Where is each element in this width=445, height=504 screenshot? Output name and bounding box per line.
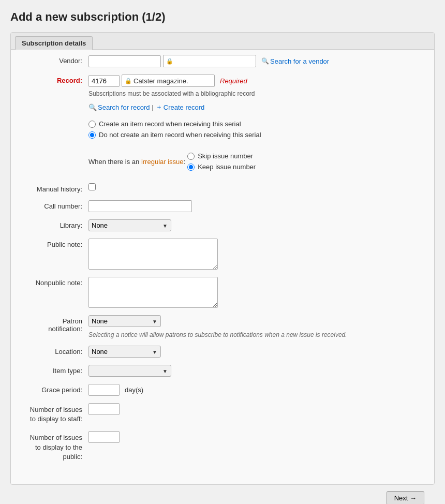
patron-notification-select[interactable]: None Option 1 Option 2 [88, 315, 161, 327]
irregular-skip-radio[interactable] [187, 153, 195, 160]
patron-notification-hint: Selecting a notice will allow patrons to… [88, 331, 424, 338]
item-record-radio-2[interactable] [88, 131, 96, 139]
item-record-option-1[interactable]: Create an item record when receiving thi… [88, 120, 261, 128]
nonpublic-note-textarea[interactable] [88, 277, 218, 308]
manual-history-controls [88, 183, 424, 190]
irregular-text: irregular issue [141, 158, 184, 166]
vendor-controls: 🔒 🔍 Search for a vendor [88, 55, 424, 67]
search-record-icon: 🔍 [88, 103, 97, 111]
public-note-row: Public note: [21, 239, 424, 270]
form-body: Vendor: 🔒 🔍 Search for a vendor Record: … [11, 50, 434, 474]
library-select[interactable]: None Branch A Branch B [88, 219, 171, 231]
item-type-row: Item type: Book Magazine [21, 365, 424, 377]
location-select[interactable]: None Location A Location B [88, 346, 161, 358]
irregular-row: When there is an irregular issue: Skip i… [21, 151, 424, 171]
manual-history-label: Manual history: [21, 183, 88, 193]
record-required-badge: Required [220, 77, 247, 85]
patron-notification-label-text: Patronnotification: [48, 317, 82, 333]
patron-notification-select-wrap: None Option 1 Option 2 [88, 315, 161, 327]
location-select-wrap: None Location A Location B [88, 346, 161, 358]
create-record-label: Create record [164, 103, 204, 111]
call-number-controls [88, 200, 424, 212]
item-record-controls: Create an item record when receiving thi… [88, 119, 424, 139]
create-record-icon: ＋ [156, 102, 162, 112]
grace-period-label: Grace period: [21, 384, 88, 394]
issues-public-controls [88, 431, 424, 443]
library-row: Library: None Branch A Branch B [21, 219, 424, 231]
issues-staff-label: Number of issuesto display to staff: [21, 403, 88, 424]
library-select-wrap: None Branch A Branch B [88, 219, 171, 231]
manual-history-row: Manual history: [21, 183, 424, 193]
patron-notification-row: Patronnotification: None Option 1 Option… [21, 315, 424, 338]
irregular-skip-label: Skip issue number [198, 152, 253, 160]
search-record-link[interactable]: 🔍 Search for record [88, 103, 150, 111]
irregular-radio-group: Skip issue number Keep issue number [187, 152, 256, 171]
library-controls: None Branch A Branch B [88, 219, 424, 231]
grace-period-input[interactable] [88, 384, 120, 396]
irregular-label-empty [21, 151, 88, 153]
location-label: Location: [21, 346, 88, 355]
patron-notification-controls: None Option 1 Option 2 Selecting a notic… [88, 315, 424, 338]
location-controls: None Location A Location B [88, 346, 424, 358]
record-links: 🔍 Search for record | ＋ Create record [88, 102, 424, 112]
lock-icon: 🔒 [166, 58, 173, 65]
record-lock-text: Catster magazine. [134, 77, 188, 85]
item-record-label-1: Create an item record when receiving thi… [99, 120, 241, 128]
issues-staff-input[interactable] [88, 403, 120, 415]
irregular-keep-radio[interactable] [187, 164, 195, 171]
public-note-label: Public note: [21, 239, 88, 248]
search-vendor-link[interactable]: 🔍 Search for a vendor [261, 57, 329, 65]
call-number-input[interactable] [88, 200, 192, 212]
issues-public-input[interactable] [88, 431, 120, 443]
item-record-row: Create an item record when receiving thi… [21, 119, 424, 139]
call-number-label: Call number: [21, 200, 88, 210]
page-title: Add a new subscription (1/2) [10, 10, 435, 24]
item-type-select[interactable]: Book Magazine [88, 365, 171, 377]
record-lock-field: 🔒 Catster magazine. [122, 75, 215, 87]
search-vendor-icon: 🔍 [261, 57, 269, 65]
record-lock-icon: 🔒 [125, 78, 132, 84]
grace-period-unit: day(s) [125, 386, 143, 394]
irregular-skip-option[interactable]: Skip issue number [187, 152, 256, 160]
footer-bar: Next → [10, 485, 435, 504]
search-vendor-label: Search for a vendor [270, 57, 329, 65]
nonpublic-note-label: Nonpublic note: [21, 277, 88, 287]
panel-header-wrap: Subscription details [11, 33, 434, 50]
item-record-radio-group: Create an item record when receiving thi… [88, 120, 261, 139]
irregular-keep-label: Keep issue number [198, 163, 256, 171]
grace-period-controls: day(s) [88, 384, 424, 396]
subscription-panel: Subscription details Vendor: 🔒 🔍 Search … [10, 32, 435, 485]
manual-history-checkbox[interactable] [88, 183, 96, 190]
patron-notification-label: Patronnotification: [21, 315, 88, 333]
location-row: Location: None Location A Location B [21, 346, 424, 358]
public-note-controls [88, 239, 424, 270]
call-number-row: Call number: [21, 200, 424, 212]
irregular-keep-option[interactable]: Keep issue number [187, 163, 256, 171]
irregular-controls: When there is an irregular issue: Skip i… [88, 151, 424, 171]
create-record-link[interactable]: ＋ Create record [156, 102, 204, 112]
link-divider: | [152, 103, 153, 111]
item-record-radio-1[interactable] [88, 121, 96, 128]
item-record-option-2[interactable]: Do not create an item record when receiv… [88, 131, 261, 139]
record-row: Record: 🔒 Catster magazine. Required Sub… [21, 75, 424, 112]
issues-staff-row: Number of issuesto display to staff: [21, 403, 424, 424]
panel-tab[interactable]: Subscription details [15, 36, 93, 50]
irregular-header: When there is an irregular issue: [88, 158, 185, 166]
nonpublic-note-controls [88, 277, 424, 308]
issues-public-row: Number of issuesto display to thepublic: [21, 431, 424, 462]
vendor-label: Vendor: [21, 55, 88, 65]
vendor-input[interactable] [88, 55, 161, 67]
issues-staff-controls [88, 403, 424, 415]
search-record-label: Search for record [98, 103, 150, 111]
library-label: Library: [21, 219, 88, 229]
grace-period-row: Grace period: day(s) [21, 384, 424, 396]
item-type-controls: Book Magazine [88, 365, 424, 377]
record-input[interactable] [88, 75, 120, 87]
public-note-textarea[interactable] [88, 239, 218, 270]
item-type-label: Item type: [21, 365, 88, 375]
next-button[interactable]: Next → [387, 491, 424, 504]
item-record-label-empty [21, 119, 88, 121]
nonpublic-note-row: Nonpublic note: [21, 277, 424, 308]
item-type-select-wrap: Book Magazine [88, 365, 171, 377]
issues-public-label: Number of issuesto display to thepublic: [21, 431, 88, 462]
